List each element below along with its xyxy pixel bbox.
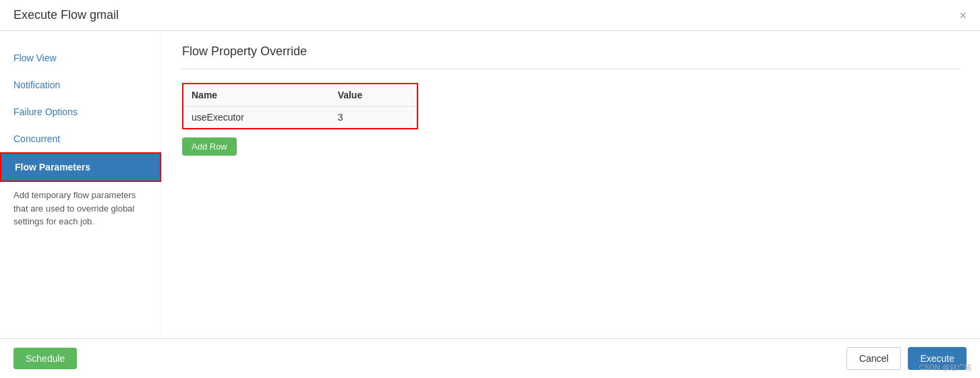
dialog-header: Execute Flow gmail × [0,0,980,31]
schedule-button[interactable]: Schedule [13,348,77,369]
dialog: Execute Flow gmail × Flow View Notificat… [0,0,980,378]
sidebar-item-flow-parameters[interactable]: Flow Parameters [0,152,161,182]
sidebar: Flow View Notification Failure Options C… [0,31,162,338]
divider [182,69,960,69]
row-name: useExecutor [183,106,330,129]
sidebar-item-flow-view[interactable]: Flow View [0,44,161,71]
col-header-name: Name [183,84,330,106]
main-content: Flow Property Override Name Value useExe… [162,31,980,338]
table-row: useExecutor 3 [183,106,417,129]
watermark: CSDN @赵广陈 [919,363,972,373]
property-table: Name Value useExecutor 3 [182,83,418,129]
close-button[interactable]: × [959,9,967,22]
add-row-button[interactable]: Add Row [182,137,237,156]
col-header-value: Value [330,84,417,106]
cancel-button[interactable]: Cancel [846,347,902,370]
row-value: 3 [330,106,417,129]
dialog-title: Execute Flow gmail [13,8,119,22]
sidebar-item-concurrent[interactable]: Concurrent [0,125,161,152]
sidebar-item-failure-options[interactable]: Failure Options [0,98,161,125]
dialog-footer: Schedule Cancel Execute [0,338,980,378]
sidebar-item-notification[interactable]: Notification [0,71,161,98]
dialog-body: Flow View Notification Failure Options C… [0,31,980,338]
section-title: Flow Property Override [182,44,960,59]
sidebar-description: Add temporary flow parameters that are u… [0,182,161,235]
